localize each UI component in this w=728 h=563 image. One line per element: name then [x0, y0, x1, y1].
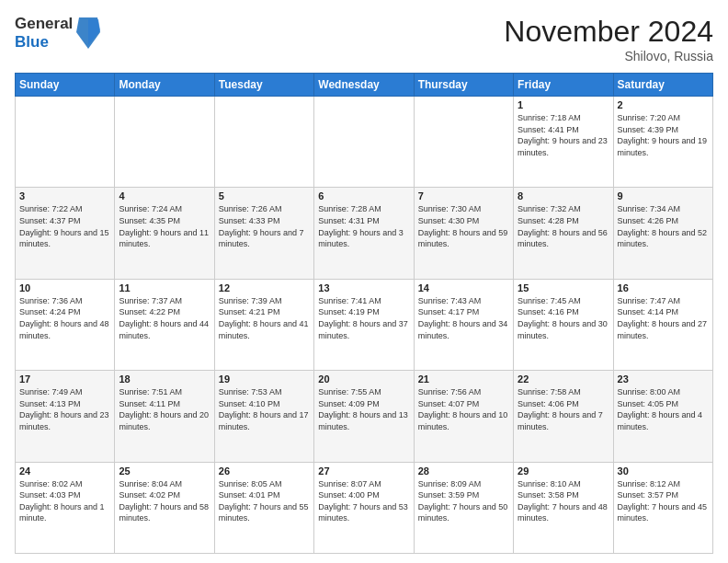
- day-number: 25: [119, 465, 210, 477]
- day-number: 3: [19, 190, 110, 201]
- col-sunday: Sunday: [16, 74, 115, 97]
- cell-w2-d4: 7Sunrise: 7:30 AM Sunset: 4:30 PM Daylig…: [414, 188, 513, 279]
- day-info: Sunrise: 7:36 AM Sunset: 4:24 PM Dayligh…: [19, 295, 110, 341]
- cell-w2-d2: 5Sunrise: 7:26 AM Sunset: 4:33 PM Daylig…: [214, 188, 313, 279]
- day-info: Sunrise: 7:55 AM Sunset: 4:09 PM Dayligh…: [318, 386, 409, 432]
- day-number: 12: [219, 282, 310, 293]
- logo-general: General: [15, 15, 73, 33]
- day-number: 10: [19, 282, 110, 293]
- cell-w1-d5: 1Sunrise: 7:18 AM Sunset: 4:41 PM Daylig…: [514, 97, 613, 188]
- logo: General Blue: [15, 15, 102, 51]
- cell-w3-d1: 11Sunrise: 7:37 AM Sunset: 4:22 PM Dayli…: [115, 279, 214, 370]
- day-number: 30: [618, 465, 709, 477]
- cell-w5-d6: 30Sunrise: 8:12 AM Sunset: 3:57 PM Dayli…: [613, 462, 712, 553]
- day-info: Sunrise: 8:05 AM Sunset: 4:01 PM Dayligh…: [219, 478, 310, 524]
- col-thursday: Thursday: [414, 74, 513, 97]
- month-title: November 2024: [504, 15, 713, 49]
- week-row-2: 3Sunrise: 7:22 AM Sunset: 4:37 PM Daylig…: [16, 188, 713, 279]
- cell-w3-d4: 14Sunrise: 7:43 AM Sunset: 4:17 PM Dayli…: [414, 279, 513, 370]
- cell-w2-d1: 4Sunrise: 7:24 AM Sunset: 4:35 PM Daylig…: [115, 188, 214, 279]
- cell-w1-d0: [16, 97, 115, 188]
- cell-w4-d4: 21Sunrise: 7:56 AM Sunset: 4:07 PM Dayli…: [414, 371, 513, 462]
- cell-w5-d0: 24Sunrise: 8:02 AM Sunset: 4:03 PM Dayli…: [16, 462, 115, 553]
- day-number: 5: [219, 190, 310, 201]
- day-number: 7: [418, 190, 509, 201]
- cell-w5-d4: 28Sunrise: 8:09 AM Sunset: 3:59 PM Dayli…: [414, 462, 513, 553]
- week-row-4: 17Sunrise: 7:49 AM Sunset: 4:13 PM Dayli…: [16, 371, 713, 462]
- cell-w3-d6: 16Sunrise: 7:47 AM Sunset: 4:14 PM Dayli…: [613, 279, 712, 370]
- day-info: Sunrise: 7:49 AM Sunset: 4:13 PM Dayligh…: [19, 386, 110, 432]
- col-wednesday: Wednesday: [314, 74, 414, 97]
- day-info: Sunrise: 7:39 AM Sunset: 4:21 PM Dayligh…: [219, 295, 310, 341]
- week-row-5: 24Sunrise: 8:02 AM Sunset: 4:03 PM Dayli…: [16, 462, 713, 553]
- day-info: Sunrise: 7:56 AM Sunset: 4:07 PM Dayligh…: [418, 386, 509, 432]
- day-number: 4: [119, 190, 210, 201]
- cell-w5-d1: 25Sunrise: 8:04 AM Sunset: 4:02 PM Dayli…: [115, 462, 214, 553]
- day-info: Sunrise: 8:10 AM Sunset: 3:58 PM Dayligh…: [518, 478, 609, 524]
- title-block: November 2024 Shilovo, Russia: [504, 15, 713, 63]
- day-number: 29: [518, 465, 609, 477]
- day-number: 23: [618, 373, 709, 385]
- day-number: 15: [518, 282, 609, 293]
- cell-w5-d2: 26Sunrise: 8:05 AM Sunset: 4:01 PM Dayli…: [214, 462, 313, 553]
- day-info: Sunrise: 7:41 AM Sunset: 4:19 PM Dayligh…: [318, 295, 409, 341]
- week-row-1: 1Sunrise: 7:18 AM Sunset: 4:41 PM Daylig…: [16, 97, 713, 188]
- col-monday: Monday: [115, 74, 214, 97]
- day-info: Sunrise: 7:26 AM Sunset: 4:33 PM Dayligh…: [219, 203, 310, 249]
- day-info: Sunrise: 7:18 AM Sunset: 4:41 PM Dayligh…: [518, 112, 609, 158]
- cell-w1-d1: [115, 97, 214, 188]
- day-info: Sunrise: 8:07 AM Sunset: 4:00 PM Dayligh…: [318, 478, 409, 524]
- cell-w4-d3: 20Sunrise: 7:55 AM Sunset: 4:09 PM Dayli…: [314, 371, 414, 462]
- cell-w3-d0: 10Sunrise: 7:36 AM Sunset: 4:24 PM Dayli…: [16, 279, 115, 370]
- cell-w4-d0: 17Sunrise: 7:49 AM Sunset: 4:13 PM Dayli…: [16, 371, 115, 462]
- col-tuesday: Tuesday: [214, 74, 313, 97]
- cell-w5-d3: 27Sunrise: 8:07 AM Sunset: 4:00 PM Dayli…: [314, 462, 414, 553]
- day-number: 2: [618, 99, 709, 110]
- cell-w4-d1: 18Sunrise: 7:51 AM Sunset: 4:11 PM Dayli…: [115, 371, 214, 462]
- day-info: Sunrise: 7:22 AM Sunset: 4:37 PM Dayligh…: [19, 203, 110, 249]
- day-info: Sunrise: 7:53 AM Sunset: 4:10 PM Dayligh…: [219, 386, 310, 432]
- day-info: Sunrise: 7:28 AM Sunset: 4:31 PM Dayligh…: [318, 203, 409, 249]
- day-number: 6: [318, 190, 409, 201]
- day-number: 14: [418, 282, 509, 293]
- day-info: Sunrise: 7:30 AM Sunset: 4:30 PM Dayligh…: [418, 203, 509, 249]
- day-number: 1: [518, 99, 609, 110]
- cell-w4-d2: 19Sunrise: 7:53 AM Sunset: 4:10 PM Dayli…: [214, 371, 313, 462]
- day-number: 19: [219, 373, 310, 385]
- logo-icon: [74, 16, 102, 51]
- cell-w4-d5: 22Sunrise: 7:58 AM Sunset: 4:06 PM Dayli…: [514, 371, 613, 462]
- cell-w2-d3: 6Sunrise: 7:28 AM Sunset: 4:31 PM Daylig…: [314, 188, 414, 279]
- day-info: Sunrise: 8:12 AM Sunset: 3:57 PM Dayligh…: [618, 478, 709, 524]
- day-number: 16: [618, 282, 709, 293]
- col-friday: Friday: [514, 74, 613, 97]
- cell-w1-d2: [214, 97, 313, 188]
- cell-w3-d5: 15Sunrise: 7:45 AM Sunset: 4:16 PM Dayli…: [514, 279, 613, 370]
- cell-w2-d5: 8Sunrise: 7:32 AM Sunset: 4:28 PM Daylig…: [514, 188, 613, 279]
- logo-blue: Blue: [15, 33, 73, 52]
- day-info: Sunrise: 8:04 AM Sunset: 4:02 PM Dayligh…: [119, 478, 210, 524]
- day-number: 24: [19, 465, 110, 477]
- cell-w3-d3: 13Sunrise: 7:41 AM Sunset: 4:19 PM Dayli…: [314, 279, 414, 370]
- cell-w3-d2: 12Sunrise: 7:39 AM Sunset: 4:21 PM Dayli…: [214, 279, 313, 370]
- cell-w1-d6: 2Sunrise: 7:20 AM Sunset: 4:39 PM Daylig…: [613, 97, 712, 188]
- calendar-header-row: Sunday Monday Tuesday Wednesday Thursday…: [16, 74, 713, 97]
- day-number: 8: [518, 190, 609, 201]
- cell-w2-d0: 3Sunrise: 7:22 AM Sunset: 4:37 PM Daylig…: [16, 188, 115, 279]
- day-number: 20: [318, 373, 409, 385]
- col-saturday: Saturday: [613, 74, 712, 97]
- day-info: Sunrise: 7:32 AM Sunset: 4:28 PM Dayligh…: [518, 203, 609, 249]
- day-info: Sunrise: 8:02 AM Sunset: 4:03 PM Dayligh…: [19, 478, 110, 524]
- day-info: Sunrise: 7:20 AM Sunset: 4:39 PM Dayligh…: [618, 112, 709, 158]
- day-info: Sunrise: 7:24 AM Sunset: 4:35 PM Dayligh…: [119, 203, 210, 249]
- day-number: 26: [219, 465, 310, 477]
- day-number: 28: [418, 465, 509, 477]
- day-info: Sunrise: 8:09 AM Sunset: 3:59 PM Dayligh…: [418, 478, 509, 524]
- day-info: Sunrise: 7:37 AM Sunset: 4:22 PM Dayligh…: [119, 295, 210, 341]
- cell-w2-d6: 9Sunrise: 7:34 AM Sunset: 4:26 PM Daylig…: [613, 188, 712, 279]
- day-info: Sunrise: 7:51 AM Sunset: 4:11 PM Dayligh…: [119, 386, 210, 432]
- cell-w1-d4: [414, 97, 513, 188]
- page: General Blue November 2024 Shilovo, Russ…: [0, 0, 728, 563]
- day-number: 9: [618, 190, 709, 201]
- cell-w1-d3: [314, 97, 414, 188]
- day-number: 18: [119, 373, 210, 385]
